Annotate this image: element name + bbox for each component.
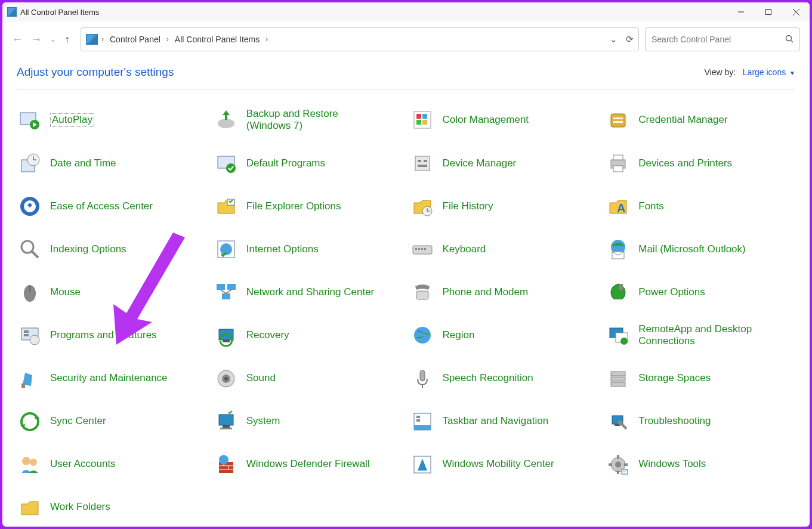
control-panel-item[interactable]: Device Manager — [409, 150, 600, 177]
backup-icon — [214, 108, 238, 132]
svg-rect-82 — [219, 414, 233, 425]
svg-text:A: A — [617, 202, 625, 215]
control-panel-item[interactable]: Mouse — [17, 279, 207, 305]
svg-rect-54 — [222, 293, 230, 299]
minimize-button[interactable] — [727, 2, 755, 21]
control-panel-item[interactable]: Region — [409, 322, 600, 349]
control-panel-item[interactable]: Windows Mobility Center — [409, 451, 600, 478]
control-panel-item[interactable]: Taskbar and Navigation — [409, 409, 600, 435]
control-panel-item[interactable]: Network and Sharing Center — [213, 279, 403, 305]
svg-point-91 — [618, 420, 623, 425]
folder-icon — [214, 194, 238, 218]
chevron-down-icon: ▼ — [789, 70, 795, 76]
svg-rect-53 — [227, 284, 236, 290]
control-panel-item[interactable]: User Accounts — [17, 451, 207, 478]
control-panel-item[interactable]: Mail (Microsoft Outlook) — [605, 236, 795, 262]
breadcrumb[interactable]: › Control Panel › All Control Panel Item… — [81, 27, 639, 51]
sync-icon — [18, 410, 42, 434]
control-panel-item[interactable]: Security and Maintenance — [17, 366, 207, 392]
item-label: Phone and Modem — [443, 286, 529, 298]
item-label: Troubleshooting — [638, 415, 711, 427]
control-panel-item[interactable]: Color Management — [409, 107, 600, 134]
chevron-down-icon[interactable]: ⌄ — [610, 34, 618, 45]
control-panel-item[interactable]: Storage Spaces — [605, 366, 795, 392]
chevron-right-icon[interactable]: › — [101, 35, 104, 44]
control-panel-item[interactable]: Devices and Printers — [605, 150, 795, 177]
control-panel-item[interactable]: AFonts — [605, 193, 795, 219]
control-panel-item[interactable]: Backup and Restore (Windows 7) — [213, 107, 403, 134]
svg-rect-43 — [415, 248, 417, 250]
svg-point-4 — [786, 35, 792, 41]
control-panel-item[interactable]: Keyboard — [409, 236, 600, 262]
item-label: Windows Mobility Center — [443, 458, 554, 470]
breadcrumb-root[interactable]: Control Panel — [107, 33, 163, 45]
close-button[interactable] — [782, 2, 810, 21]
item-label: Mouse — [50, 286, 81, 298]
control-panel-item[interactable]: Sync Center — [17, 409, 207, 435]
breadcrumb-current[interactable]: All Control Panel Items — [172, 33, 262, 45]
storage-icon — [606, 367, 630, 391]
svg-point-103 — [615, 462, 621, 468]
control-panel-item[interactable]: Phone and Modem — [409, 279, 600, 305]
minimize-icon — [738, 9, 744, 15]
color-icon — [410, 108, 434, 132]
back-button[interactable]: ← — [12, 33, 23, 46]
svg-rect-58 — [619, 284, 623, 290]
svg-rect-16 — [613, 117, 623, 119]
control-panel-item[interactable]: File Explorer Options — [213, 193, 403, 219]
item-label: Windows Defender Firewall — [246, 458, 370, 470]
svg-rect-78 — [611, 382, 625, 386]
control-panel-item[interactable]: AutoPlay — [17, 107, 207, 134]
search-input[interactable] — [652, 35, 785, 44]
svg-rect-46 — [424, 248, 426, 250]
control-panel-item[interactable]: Power Options — [605, 279, 795, 305]
view-by-dropdown[interactable]: Large icons ▼ — [743, 67, 795, 77]
svg-point-99 — [219, 455, 229, 465]
svg-rect-104 — [617, 455, 619, 459]
svg-rect-70 — [21, 383, 25, 388]
control-panel-item[interactable]: Indexing Options — [17, 236, 207, 262]
mail-icon — [606, 237, 630, 261]
control-panel-item[interactable]: Recovery — [213, 322, 403, 349]
item-label: Color Management — [443, 114, 529, 126]
filehistory-icon — [410, 194, 434, 218]
control-panel-item[interactable]: RemoteApp and Desktop Connections — [605, 322, 795, 349]
toolbar: ← → ⌄ ↑ › Control Panel › All Control Pa… — [2, 21, 810, 57]
control-panel-item[interactable]: Speech Recognition — [409, 366, 600, 392]
indexing-icon — [18, 237, 42, 261]
sound-icon — [214, 367, 238, 391]
control-panel-item[interactable]: Default Programs — [213, 150, 403, 177]
control-panel-item[interactable]: Work Folders — [17, 494, 207, 521]
chevron-right-icon[interactable]: › — [265, 35, 268, 44]
up-button[interactable]: ↑ — [64, 33, 70, 46]
svg-rect-15 — [611, 114, 625, 127]
content-area: Adjust your computer's settings View by:… — [2, 57, 810, 527]
control-panel-item[interactable]: System — [213, 409, 403, 435]
security-icon — [18, 367, 42, 391]
item-label: File History — [443, 200, 493, 212]
control-panel-item[interactable]: Troubleshooting — [605, 409, 795, 435]
control-panel-item[interactable]: Ease of Access Center — [17, 193, 207, 219]
control-panel-item[interactable]: Programs and Features — [17, 322, 207, 349]
svg-rect-25 — [418, 160, 421, 162]
forward-button[interactable]: → — [31, 33, 42, 46]
control-panel-item[interactable]: Date and Time — [17, 150, 207, 177]
maximize-button[interactable] — [755, 2, 782, 21]
control-panel-item[interactable]: Windows Defender Firewall — [213, 451, 403, 478]
refresh-button[interactable]: ⟳ — [626, 34, 634, 45]
control-panel-item[interactable]: Windows Tools — [605, 451, 795, 478]
fonts-icon: A — [606, 194, 630, 218]
remote-icon — [606, 323, 630, 347]
control-panel-item[interactable]: Credential Manager — [605, 107, 795, 134]
svg-rect-1 — [766, 10, 771, 15]
search-box[interactable] — [645, 27, 800, 51]
titlebar: All Control Panel Items — [2, 2, 810, 21]
control-panel-item[interactable]: Internet Options — [213, 236, 403, 262]
control-panel-item[interactable]: Sound — [213, 366, 403, 392]
recent-locations-button[interactable]: ⌄ — [50, 35, 56, 44]
control-panel-item[interactable]: File History — [409, 193, 600, 219]
datetime-icon — [18, 151, 42, 175]
chevron-right-icon[interactable]: › — [166, 35, 169, 44]
item-label: Mail (Microsoft Outlook) — [638, 243, 745, 255]
svg-rect-27 — [418, 165, 427, 167]
